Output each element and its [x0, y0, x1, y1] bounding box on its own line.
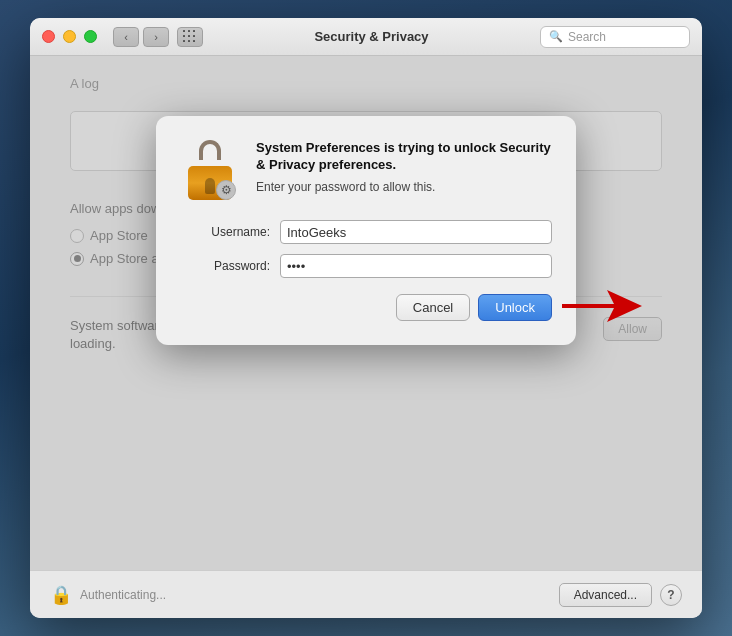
modal-overlay: ⚙ System Preferences is trying to unlock… [30, 56, 702, 570]
back-button[interactable]: ‹ [113, 27, 139, 47]
password-label: Password: [180, 259, 270, 273]
unlock-button[interactable]: Unlock [478, 294, 552, 321]
cancel-button[interactable]: Cancel [396, 294, 470, 321]
password-input[interactable] [280, 254, 552, 278]
window-title: Security & Privacy [203, 29, 540, 44]
lock-icon-modal: ⚙ [180, 140, 240, 200]
modal-text: System Preferences is trying to unlock S… [256, 140, 552, 194]
chevron-right-icon: › [154, 31, 158, 43]
nav-buttons: ‹ › [113, 27, 203, 47]
chevron-left-icon: ‹ [124, 31, 128, 43]
unlock-wrapper: Unlock [478, 294, 552, 321]
grid-icon [183, 30, 197, 44]
username-input[interactable] [280, 220, 552, 244]
main-window: ‹ › Security & Privacy 🔍 Search A log [30, 18, 702, 618]
title-bar: ‹ › Security & Privacy 🔍 Search [30, 18, 702, 56]
modal-subtitle: Enter your password to allow this. [256, 180, 552, 194]
content-area: A log Allow apps downloaded from: App St… [30, 56, 702, 570]
username-row: Username: [180, 220, 552, 244]
username-label: Username: [180, 225, 270, 239]
advanced-button[interactable]: Advanced... [559, 583, 652, 607]
close-button[interactable] [42, 30, 55, 43]
lock-icon-bottom: 🔒 [50, 584, 72, 606]
modal-dialog: ⚙ System Preferences is trying to unlock… [156, 116, 576, 345]
search-icon: 🔍 [549, 30, 563, 43]
authenticating-text: Authenticating... [80, 588, 166, 602]
help-button[interactable]: ? [660, 584, 682, 606]
search-input[interactable]: Search [568, 30, 681, 44]
minimize-button[interactable] [63, 30, 76, 43]
window-controls [42, 30, 97, 43]
lock-shackle [199, 140, 221, 160]
lock-badge: ⚙ [216, 180, 236, 200]
svg-marker-0 [562, 290, 642, 322]
lock-area: 🔒 Authenticating... [50, 584, 166, 606]
modal-header: ⚙ System Preferences is trying to unlock… [180, 140, 552, 200]
search-box[interactable]: 🔍 Search [540, 26, 690, 48]
modal-title: System Preferences is trying to unlock S… [256, 140, 552, 174]
grid-button[interactable] [177, 27, 203, 47]
password-row: Password: [180, 254, 552, 278]
bottom-right: Advanced... ? [559, 583, 682, 607]
lock-keyhole [205, 178, 215, 194]
forward-button[interactable]: › [143, 27, 169, 47]
bottom-bar: 🔒 Authenticating... Advanced... ? [30, 570, 702, 618]
maximize-button[interactable] [84, 30, 97, 43]
modal-buttons: Cancel Unlock [180, 294, 552, 321]
red-arrow [562, 286, 642, 330]
